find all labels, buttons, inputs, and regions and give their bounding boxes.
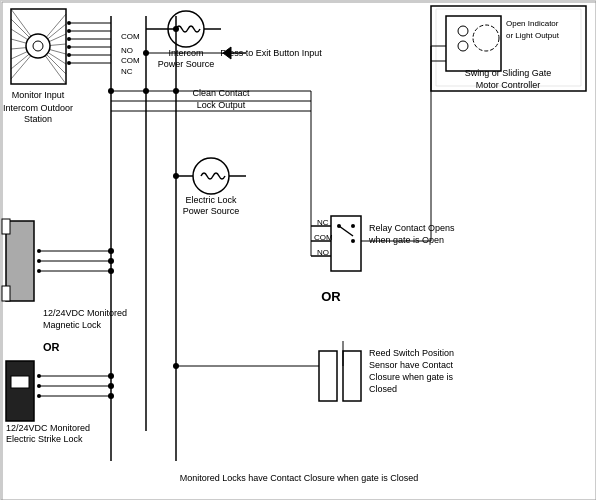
svg-point-134: [143, 88, 149, 94]
svg-text:Sensor have Contact: Sensor have Contact: [369, 360, 454, 370]
svg-text:Closure when gate is: Closure when gate is: [369, 372, 454, 382]
svg-text:Clean Contact: Clean Contact: [192, 88, 250, 98]
svg-text:Closed: Closed: [369, 384, 397, 394]
svg-point-98: [351, 239, 355, 243]
svg-text:OR: OR: [321, 289, 341, 304]
svg-text:or Light Output: or Light Output: [506, 31, 560, 40]
svg-text:Motor Controller: Motor Controller: [476, 80, 541, 90]
svg-text:Magnetic Lock: Magnetic Lock: [43, 320, 102, 330]
svg-text:Station: Station: [24, 114, 52, 124]
svg-text:Relay Contact Opens: Relay Contact Opens: [369, 223, 455, 233]
svg-text:Monitored Locks have Contact C: Monitored Locks have Contact Closure whe…: [180, 473, 419, 483]
svg-point-44: [143, 50, 149, 56]
svg-text:when gate is Open: when gate is Open: [368, 235, 444, 245]
svg-text:12/24VDC Monitored: 12/24VDC Monitored: [6, 423, 90, 433]
svg-text:OR: OR: [43, 341, 60, 353]
svg-text:Swing or Sliding Gate: Swing or Sliding Gate: [465, 68, 552, 78]
svg-text:Electric Lock: Electric Lock: [185, 195, 237, 205]
svg-text:Reed Switch Position: Reed Switch Position: [369, 348, 454, 358]
svg-rect-109: [319, 351, 337, 401]
svg-text:Power Source: Power Source: [183, 206, 240, 216]
svg-point-132: [173, 26, 179, 32]
svg-text:COM: COM: [121, 32, 140, 41]
svg-point-56: [173, 173, 179, 179]
svg-point-96: [337, 224, 341, 228]
svg-point-11: [33, 41, 43, 51]
svg-text:NO: NO: [121, 46, 133, 55]
svg-text:Intercom Outdoor: Intercom Outdoor: [3, 103, 73, 113]
svg-point-133: [108, 88, 114, 94]
svg-text:Power Source: Power Source: [158, 59, 215, 69]
svg-point-88: [108, 373, 114, 379]
wiring-diagram: Monitor Input Intercom Outdoor Station I…: [0, 0, 596, 500]
svg-point-121: [458, 41, 468, 51]
svg-text:12/24VDC Monitored: 12/24VDC Monitored: [43, 308, 127, 318]
svg-text:COM: COM: [121, 56, 140, 65]
svg-text:Open Indicator: Open Indicator: [506, 19, 559, 28]
svg-text:Electric Strike Lock: Electric Strike Lock: [6, 434, 83, 444]
svg-rect-119: [446, 16, 501, 71]
svg-point-83: [108, 258, 114, 264]
svg-text:Press to Exit Button Input: Press to Exit Button Input: [220, 48, 322, 58]
svg-point-135: [173, 88, 179, 94]
svg-rect-110: [343, 351, 361, 401]
svg-rect-91: [331, 216, 361, 271]
svg-rect-70: [11, 376, 29, 388]
svg-point-89: [108, 383, 114, 389]
svg-point-90: [108, 393, 114, 399]
svg-rect-59: [2, 286, 10, 301]
svg-point-84: [108, 268, 114, 274]
svg-point-97: [351, 224, 355, 228]
svg-point-120: [458, 26, 468, 36]
svg-rect-58: [2, 219, 10, 234]
svg-point-82: [108, 248, 114, 254]
svg-rect-69: [6, 361, 34, 421]
svg-point-50: [193, 158, 229, 194]
svg-text:NC: NC: [121, 67, 133, 76]
monitor-input-label: Monitor Input: [12, 90, 65, 100]
svg-point-118: [173, 363, 179, 369]
